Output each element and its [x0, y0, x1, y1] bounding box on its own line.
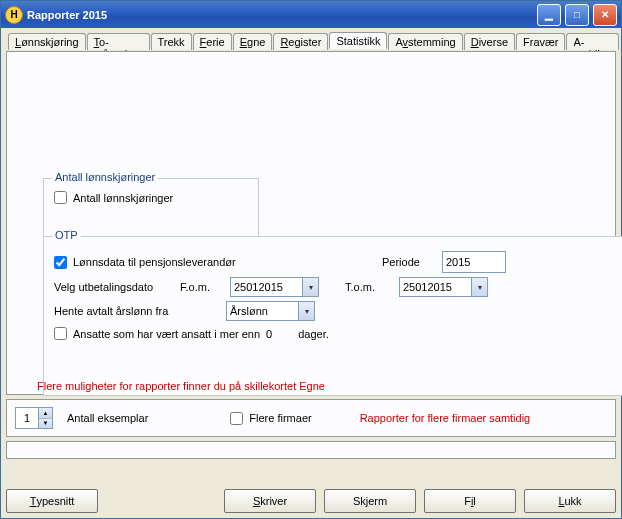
checkbox-label: Antall lønnskjøringer [73, 192, 173, 204]
ansatte-suffix: dager. [298, 328, 329, 340]
tab-statistikk[interactable]: Statistikk [329, 32, 387, 49]
skjerm-button[interactable]: Skjerm [324, 489, 416, 513]
hente-label: Hente avtalt årslønn fra [54, 305, 218, 317]
lukk-button[interactable]: Lukk [524, 489, 616, 513]
hint-text: Flere muligheter for rapporter finner du… [37, 380, 325, 392]
window-title: Rapporter 2015 [27, 9, 107, 21]
app-icon: H [5, 6, 23, 24]
tab-fravær[interactable]: Fravær [516, 33, 565, 50]
checkbox-ansatte[interactable]: Ansatte som har vært ansatt i mer enn 0 [54, 327, 272, 340]
tom-input[interactable] [400, 278, 471, 296]
tab-a-melding[interactable]: A-melding [566, 33, 619, 50]
status-strip [6, 441, 616, 459]
tab-egne[interactable]: Egne [233, 33, 273, 50]
chevron-down-icon[interactable]: ▾ [302, 278, 318, 296]
maximize-button[interactable]: □ [565, 4, 589, 26]
checkbox-lonnsdata[interactable]: Lønnsdata til pensjonsleverandør [54, 256, 284, 269]
checkbox-flere-firmaer[interactable]: Flere firmaer [230, 412, 311, 425]
window: H Rapporter 2015 ▁ □ ✕ LønnskjøringTo-må… [0, 0, 622, 519]
close-button[interactable]: ✕ [593, 4, 617, 26]
minimize-button[interactable]: ▁ [537, 4, 561, 26]
periode-label: Periode [382, 256, 434, 268]
tom-label: T.o.m. [345, 281, 391, 293]
tab-lønnskjøring[interactable]: Lønnskjøring [8, 33, 86, 50]
checkbox-flere-firmaer-input[interactable] [230, 412, 243, 425]
titlebar: H Rapporter 2015 ▁ □ ✕ [1, 1, 621, 28]
antall-spinner[interactable]: ▲ ▼ [15, 407, 53, 429]
group-legend: Antall lønnskjøringer [52, 171, 158, 183]
checkbox-ansatte-input[interactable] [54, 327, 67, 340]
group-legend: OTP [52, 229, 81, 241]
fom-label: F.o.m. [180, 281, 222, 293]
hente-combo[interactable]: ▾ [226, 301, 315, 321]
group-otp: OTP Lønnsdata til pensjonsleverandør Per… [43, 236, 622, 396]
checkbox-antall-lonnskjoringer-input[interactable] [54, 191, 67, 204]
ansatte-value: 0 [266, 328, 272, 340]
checkbox-label: Lønnsdata til pensjonsleverandør [73, 256, 236, 268]
tab-trekk[interactable]: Trekk [151, 33, 192, 50]
checkbox-label: Flere firmaer [249, 412, 311, 424]
tab-register[interactable]: Register [273, 33, 328, 50]
fil-button[interactable]: Fil [424, 489, 516, 513]
hente-input[interactable] [227, 302, 298, 320]
chevron-down-icon[interactable]: ▾ [471, 278, 487, 296]
lower-panel: ▲ ▼ Antall eksemplar Flere firmaer Rappo… [6, 399, 616, 437]
fom-combo[interactable]: ▾ [230, 277, 319, 297]
tab-diverse[interactable]: Diverse [464, 33, 515, 50]
chevron-down-icon[interactable]: ▾ [298, 302, 314, 320]
antall-input[interactable] [16, 408, 38, 428]
periode-input[interactable] [442, 251, 506, 273]
tab-to-måneders[interactable]: To-måneders [87, 33, 150, 50]
tom-combo[interactable]: ▾ [399, 277, 488, 297]
velg-label: Velg utbetalingsdato [54, 281, 172, 293]
ansatte-prefix: Ansatte som har vært ansatt i mer enn [73, 328, 260, 340]
tab-ferie[interactable]: Ferie [193, 33, 232, 50]
skriver-button[interactable]: Skriver [224, 489, 316, 513]
tab-panel-statistikk: Antall lønnskjøringer Antall lønnskjørin… [6, 51, 616, 395]
fom-input[interactable] [231, 278, 302, 296]
checkbox-lonnsdata-input[interactable] [54, 256, 67, 269]
bottom-bar: Typesnitt Skriver Skjerm Fil Lukk [6, 481, 616, 513]
client-area: LønnskjøringTo-månedersTrekkFerieEgneReg… [1, 28, 621, 518]
tab-avstemming[interactable]: Avstemming [388, 33, 462, 50]
red-note: Rapporter for flere firmaer samtidig [360, 412, 531, 424]
spinner-up[interactable]: ▲ [39, 408, 52, 419]
checkbox-antall-lonnskjoringer[interactable]: Antall lønnskjøringer [54, 191, 248, 204]
typesnitt-button[interactable]: Typesnitt [6, 489, 98, 513]
antall-label: Antall eksemplar [67, 412, 148, 424]
spinner-down[interactable]: ▼ [39, 419, 52, 429]
tabstrip: LønnskjøringTo-månedersTrekkFerieEgneReg… [8, 32, 616, 51]
